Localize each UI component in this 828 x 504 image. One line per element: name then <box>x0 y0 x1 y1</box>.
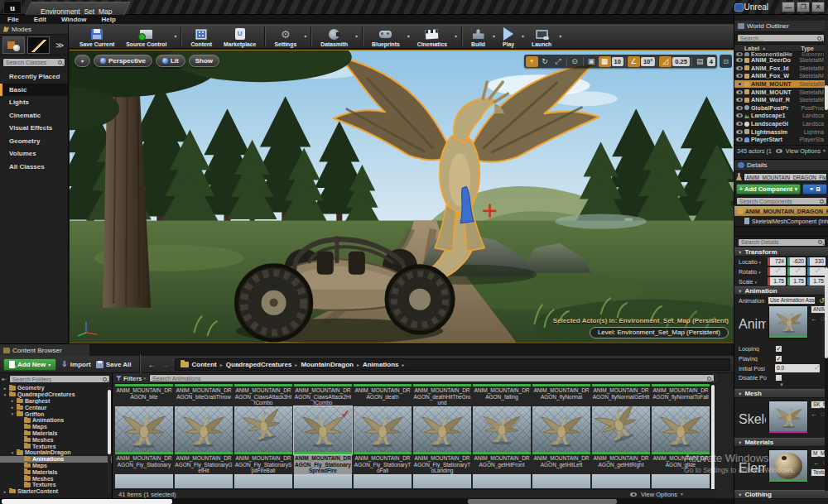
asset-name[interactable]: ANIM_MOUNTAIN_DRAGON_getHitLeft <box>532 454 590 474</box>
place-mode-button[interactable] <box>2 36 25 54</box>
expand-section-arrow[interactable]: ▼ <box>734 382 828 389</box>
outliner-row[interactable]: ANIM_MOUNT SkeletalM <box>734 88 828 96</box>
asset-name[interactable]: ANIM_MOUNTAIN_DRAGON_falling <box>473 386 531 406</box>
expand-arrow-icon[interactable]: ▾ <box>10 450 15 455</box>
folder-row[interactable]: Maps <box>0 424 112 430</box>
asset-name[interactable]: ANIM_MOUNTAIN_DRAGON_deathHitTheGround <box>413 386 471 406</box>
visibility-eye-icon[interactable] <box>736 66 743 70</box>
scale-x-field[interactable]: 1.75 <box>768 277 786 286</box>
outliner-search-input[interactable] <box>740 36 816 41</box>
folder-tree-scrollbar[interactable] <box>108 386 111 492</box>
scale-z-field[interactable]: 1.75 <box>807 277 826 286</box>
scale-snap-value[interactable]: 0.25 <box>672 57 690 66</box>
search-details-box[interactable] <box>738 238 826 247</box>
animation-mode-dropdown[interactable]: Use Animation Asset▾ <box>768 296 816 305</box>
search-folders-input[interactable] <box>12 377 101 382</box>
breadcrumb-item[interactable]: Content <box>192 361 217 368</box>
folder-row[interactable]: Materials <box>0 468 112 475</box>
show-button[interactable]: Show <box>189 55 219 67</box>
asset-name[interactable]: ANIM_MOUNTAIN_DRAGON_ClawsAttack2HitComb… <box>294 386 352 406</box>
animation-asset-thumbnail[interactable] <box>768 305 808 338</box>
asset-name[interactable]: ANIM_MOUNTAIN_DRAGON_Fly_StationaryToFal… <box>354 454 412 474</box>
outliner-view-options[interactable]: View Options▼ <box>774 147 826 155</box>
visibility-eye-icon[interactable] <box>736 122 743 126</box>
visibility-eye-icon[interactable] <box>736 74 743 78</box>
asset-name[interactable]: ANIM_MOUNTAIN_DRAGON_Fly_StationarySprea… <box>294 454 352 474</box>
disable-postprocess-checkbox[interactable]: ✓ <box>775 374 782 382</box>
visibility-eye-icon[interactable] <box>736 98 743 102</box>
details-tab[interactable]: Details <box>734 160 828 171</box>
folder-row[interactable]: ▸ Geometry <box>0 385 112 391</box>
location-y-field[interactable]: -620 <box>787 257 806 266</box>
move-tool-button[interactable]: + <box>526 56 538 67</box>
outliner-scrollbar[interactable] <box>825 21 828 113</box>
visibility-eye-icon[interactable] <box>736 52 743 56</box>
level-name-pill[interactable]: Level: Environment_Set_Map (Persistent) <box>590 327 729 338</box>
outliner-row[interactable]: ANIM_Fox_W SkeletalM <box>734 72 828 80</box>
expand-arrow-icon[interactable]: ▾ <box>10 411 15 416</box>
maximize-button[interactable]: ❐ <box>797 2 810 12</box>
folder-row[interactable]: Maps <box>0 463 112 469</box>
folder-row[interactable]: ▾ QuadrapedCreatures <box>0 391 112 398</box>
folder-row[interactable]: Textures <box>0 443 112 449</box>
asset-name[interactable]: ANIM_MOUNTAIN_DRAGON_flyNormal <box>532 386 590 406</box>
location-z-field[interactable]: 330 <box>807 257 826 266</box>
outliner-row[interactable]: LandscapeGl Landsca <box>734 120 828 128</box>
rotation-x-field[interactable]: ⤢ <box>768 267 786 276</box>
content-button[interactable]: Content <box>185 25 218 48</box>
expand-arrow-icon[interactable]: ▸ <box>2 489 7 494</box>
folder-row[interactable]: ▸ StarterContent <box>0 488 112 495</box>
expand-arrow-icon[interactable]: ▸ <box>2 386 7 391</box>
scale-y-field[interactable]: 1.75 <box>787 277 806 286</box>
menu-window[interactable]: Window <box>54 16 94 23</box>
rotate-tool-button[interactable]: ↻ <box>539 56 551 67</box>
marketplace-button[interactable]: U Marketplace <box>218 25 262 48</box>
actor-name-field[interactable]: ANIM_MOUNTAIN_DRAGON_FlySta <box>744 173 827 181</box>
outliner-row[interactable]: Landscape1 Landsca <box>734 112 828 120</box>
visibility-eye-icon[interactable] <box>736 137 743 142</box>
search-details-input[interactable] <box>741 239 816 245</box>
outliner-row[interactable]: LightmassIm Lightma <box>734 127 828 136</box>
asset-name[interactable]: ANIM_MOUNTAIN_DRAGON_flyNormalToFall <box>652 386 710 406</box>
visibility-eye-icon[interactable] <box>736 82 743 86</box>
rotation-snap-button[interactable]: ∠ <box>628 56 640 67</box>
modes-category[interactable]: Volumes <box>0 147 68 161</box>
initial-position-field[interactable]: 0.0⤢ <box>775 364 820 372</box>
asset-tile[interactable]: ✓ <box>354 406 412 454</box>
breadcrumb-item[interactable]: QuadrapedCreatures <box>226 361 292 368</box>
outliner-row[interactable]: ANIM_DeerDo SkeletalM <box>734 56 828 65</box>
play-button[interactable]: Play <box>497 25 520 48</box>
asset-name[interactable]: ANIM_MOUNTAIN_DRAGON_getHitRight <box>592 454 650 474</box>
cinematics-dropdown[interactable]: ▾ <box>455 33 457 39</box>
asset-grid-scrollbar[interactable] <box>710 384 715 500</box>
settings-dropdown[interactable]: ▾ <box>304 33 306 39</box>
outliner-row[interactable]: GlobalPostPr PostProc <box>734 104 828 113</box>
camera-speed-value[interactable]: 4 <box>707 57 715 66</box>
search-classes-box[interactable] <box>2 58 65 67</box>
modes-category[interactable]: Lights <box>0 96 68 109</box>
modes-category[interactable]: Geometry <box>0 135 68 148</box>
modes-category[interactable]: Visual Effects <box>0 122 68 135</box>
asset-name[interactable]: ANIM_MOUNTAIN_DRAGON_biteGrabThrow <box>175 386 233 406</box>
asset-name[interactable]: ANIM_MOUNTAIN_DRAGON_death <box>354 386 412 406</box>
asset-name[interactable]: ANIM_MOUNTAIN_DRAGON_getHitFront <box>473 454 531 474</box>
camera-speed-button[interactable]: ▤ <box>694 56 706 67</box>
location-label[interactable]: Locatio ▾ <box>739 259 766 265</box>
lit-button[interactable]: Lit <box>156 55 185 67</box>
modes-category[interactable]: Cinematic <box>0 109 68 122</box>
search-classes-input[interactable] <box>6 60 56 65</box>
menu-help[interactable]: Help <box>94 16 123 23</box>
use-selected-asset-icon[interactable]: ← <box>813 459 820 467</box>
outliner-row[interactable]: PlayerStart PlayerSta <box>734 136 828 144</box>
use-selected-asset-icon[interactable]: ← <box>811 410 817 418</box>
back-button[interactable]: ← <box>148 360 156 369</box>
datasmith-button[interactable]: Datasmith <box>315 25 354 48</box>
folder-row[interactable]: Textures <box>0 482 112 488</box>
details-splitter[interactable] <box>734 226 828 237</box>
add-component-button[interactable]: + Add Component ▾ <box>736 184 801 194</box>
looping-checkbox[interactable]: ✓ <box>775 345 782 353</box>
clothing-section-header[interactable]: ▼Clothing <box>734 490 828 499</box>
collapse-sources-icon[interactable]: ⇤ <box>2 376 7 383</box>
filters-button[interactable]: Filters▾ <box>116 375 146 382</box>
visibility-eye-icon[interactable] <box>736 113 743 118</box>
